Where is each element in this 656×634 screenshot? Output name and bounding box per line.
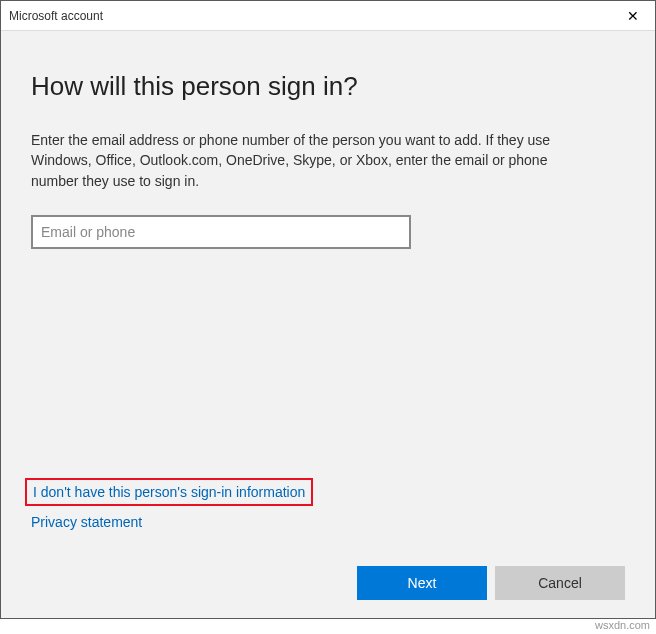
cancel-button[interactable]: Cancel — [495, 566, 625, 600]
email-phone-input[interactable] — [31, 215, 411, 249]
button-row: Next Cancel — [357, 566, 625, 600]
next-button[interactable]: Next — [357, 566, 487, 600]
highlight-box: I don't have this person's sign-in infor… — [25, 478, 313, 506]
close-icon: ✕ — [627, 8, 639, 24]
close-button[interactable]: ✕ — [610, 1, 655, 30]
window-title: Microsoft account — [9, 9, 103, 23]
description-text: Enter the email address or phone number … — [31, 130, 591, 191]
dialog-window: Microsoft account ✕ How will this person… — [0, 0, 656, 619]
no-signin-info-link[interactable]: I don't have this person's sign-in infor… — [33, 484, 305, 500]
page-heading: How will this person sign in? — [31, 71, 625, 102]
titlebar: Microsoft account ✕ — [1, 1, 655, 31]
watermark: wsxdn.com — [595, 619, 650, 631]
content-area: How will this person sign in? Enter the … — [1, 31, 655, 618]
privacy-statement-link[interactable]: Privacy statement — [31, 514, 313, 530]
bottom-links: I don't have this person's sign-in infor… — [31, 478, 313, 540]
